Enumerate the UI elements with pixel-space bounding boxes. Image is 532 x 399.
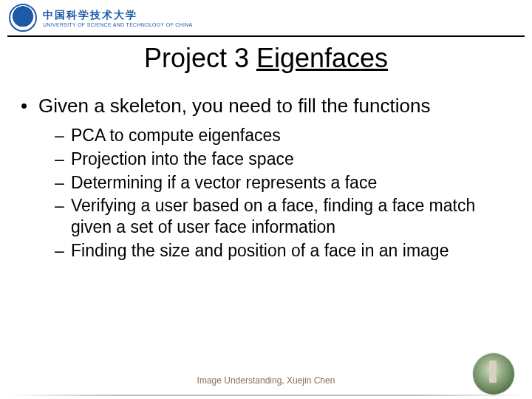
university-name-en: UNIVERSITY OF SCIENCE AND TECHNOLOGY OF …	[43, 22, 193, 27]
bullet-dash-icon: –	[55, 172, 71, 194]
slide: 中国科学技术大学 UNIVERSITY OF SCIENCE AND TECHN…	[0, 0, 532, 399]
bullet-dot-icon: •	[21, 95, 38, 117]
title-link[interactable]: Eigenfaces	[256, 43, 388, 73]
footer-text: Image Understanding, Xuejin Chen	[0, 375, 532, 386]
university-logo-icon	[9, 4, 37, 32]
footer-photo-icon	[473, 353, 514, 395]
bullet-dash-icon: –	[55, 240, 71, 262]
bullet-text: Finding the size and position of a face …	[71, 240, 449, 262]
header-bar: 中国科学技术大学 UNIVERSITY OF SCIENCE AND TECHN…	[0, 0, 532, 35]
bullet-level2: – Finding the size and position of a fac…	[55, 240, 511, 262]
bullet-text: Verifying a user based on a face, findin…	[71, 195, 511, 238]
bullet-dash-icon: –	[55, 195, 71, 238]
bullet-text: Projection into the face space	[71, 149, 294, 170]
bullet-dash-icon: –	[55, 125, 71, 146]
bullet-level2: – Verifying a user based on a face, find…	[55, 195, 511, 238]
bullet-level2: – Determining if a vector represents a f…	[55, 172, 511, 194]
title-prefix: Project 3	[144, 43, 256, 73]
content-body: • Given a skeleton, you need to fill the…	[21, 95, 511, 264]
slide-title: Project 3 Eigenfaces	[0, 43, 532, 74]
footer-divider	[7, 395, 525, 396]
bullet-level2: – PCA to compute eigenfaces	[55, 125, 511, 146]
university-name-cn: 中国科学技术大学	[43, 9, 193, 22]
bullet-dash-icon: –	[55, 149, 71, 170]
bullet-text: Given a skeleton, you need to fill the f…	[38, 95, 430, 117]
bullet-level1: • Given a skeleton, you need to fill the…	[21, 95, 511, 117]
university-name: 中国科学技术大学 UNIVERSITY OF SCIENCE AND TECHN…	[43, 9, 193, 27]
bullet-text: Determining if a vector represents a fac…	[71, 172, 377, 194]
header-divider	[7, 35, 525, 37]
bullet-level2: – Projection into the face space	[55, 149, 511, 170]
bullet-text: PCA to compute eigenfaces	[71, 125, 281, 146]
